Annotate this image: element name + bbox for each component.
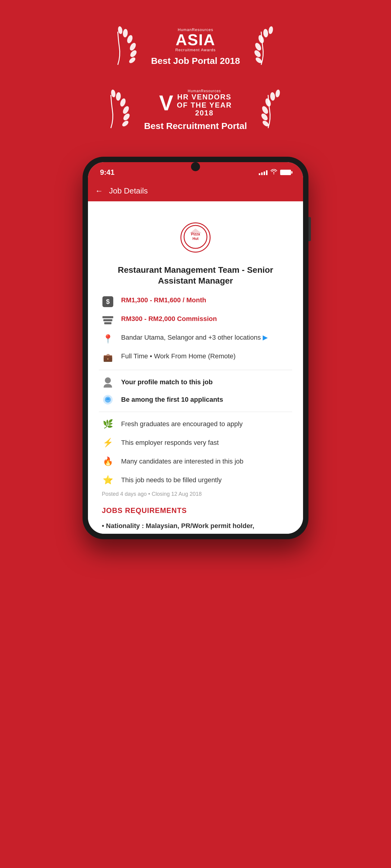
bar3	[264, 172, 265, 175]
profile-match-text: Your profile match to this job	[121, 378, 213, 386]
badge-urgent-text: This job needs to be filled urgently	[121, 476, 222, 484]
badge-fast-text: This employer responds very fast	[121, 439, 219, 447]
left-laurel-1	[106, 24, 142, 69]
graduate-icon: 🌿	[102, 418, 114, 430]
salary-row: $ RM1,300 - RM1,600 / Month	[102, 296, 289, 308]
bar1	[259, 173, 260, 175]
phone-frame: 9:41	[83, 157, 308, 539]
svg-point-1	[126, 34, 134, 44]
svg-point-21	[275, 89, 281, 98]
nav-bar: ← Job Details	[88, 180, 303, 201]
battery-icon	[280, 170, 291, 175]
match-section: Your profile match to this job Be among …	[99, 376, 292, 406]
company-logo: Pizza Hut	[181, 222, 210, 253]
stack-icon	[102, 316, 113, 324]
right-laurel-1	[249, 24, 285, 69]
requirements-section: JOBS REQUIREMENTS • Nationality : Malays…	[99, 497, 292, 534]
hr-vendors-content: V HumanResources HR VENDORSOF THE YEAR20…	[144, 89, 247, 131]
company-logo-area: Pizza Hut	[99, 213, 292, 258]
applicants-text: Be among the first 10 applicants	[121, 396, 223, 404]
svg-point-0	[129, 42, 137, 52]
asia-brand: ASIA	[175, 32, 216, 48]
bar4	[266, 170, 267, 175]
svg-point-27	[105, 377, 111, 383]
profile-match-row: Your profile match to this job	[102, 376, 289, 388]
badge-urgent-row: ⭐ This job needs to be filled urgently	[102, 474, 289, 486]
dollar-icon: $	[102, 296, 113, 307]
status-time: 9:41	[100, 168, 115, 177]
salary-icon: $	[102, 296, 114, 308]
badge-popular-row: 🔥 Many candidates are interested in this…	[102, 456, 289, 467]
svg-point-20	[270, 92, 275, 101]
phone-screen: 9:41	[88, 162, 303, 534]
badge-fast-row: ⚡ This employer responds very fast	[102, 437, 289, 449]
left-laurel-2	[99, 87, 135, 133]
back-button[interactable]: ←	[95, 186, 103, 195]
badge-graduate-row: 🌿 Fresh graduates are encouraged to appl…	[102, 418, 289, 430]
phone-side-button	[308, 217, 311, 241]
applicants-row: Be among the first 10 applicants	[102, 394, 289, 406]
stack-line-1	[102, 316, 113, 318]
status-icons	[259, 169, 291, 176]
svg-point-9	[268, 26, 273, 34]
requirements-title: JOBS REQUIREMENTS	[102, 506, 289, 515]
requirement-item-1: • Nationality : Malaysian, PR/Work permi…	[102, 521, 289, 531]
phone-wrapper: 9:41	[0, 151, 391, 557]
hr-vendors-text-block: HumanResources HR VENDORSOF THE YEAR2018	[177, 89, 232, 117]
svg-point-13	[119, 98, 127, 107]
signal-icon	[259, 170, 267, 175]
asia-award-item: HumanResources ASIA Recruitment Awards B…	[106, 24, 285, 69]
wifi-icon	[270, 169, 277, 176]
stack-line-3	[104, 322, 111, 324]
v-icon: V	[159, 93, 173, 114]
commission-icon	[102, 314, 114, 327]
svg-point-22	[260, 113, 269, 121]
job-content: Pizza Hut Restaurant Management Team - S…	[88, 201, 303, 534]
svg-point-16	[122, 113, 131, 121]
location-icon: 📍	[102, 333, 114, 345]
hr-vendors-logo: V HumanResources HR VENDORSOF THE YEAR20…	[159, 89, 232, 117]
applicants-icon	[102, 394, 114, 406]
stack-line-2	[103, 319, 112, 321]
profile-icon	[102, 376, 114, 388]
commission-row: RM300 - RM2,000 Commission	[102, 314, 289, 327]
location-more[interactable]: and +3 other locations ▶	[195, 334, 268, 341]
awards-section: HumanResources ASIA Recruitment Awards B…	[0, 0, 391, 151]
svg-point-17	[121, 120, 129, 127]
salary-text: RM1,300 - RM1,600 / Month	[121, 296, 206, 305]
location-text: Bandar Utama, Selangor and +3 other loca…	[121, 333, 268, 342]
commission-text: RM300 - RM2,000 Commission	[121, 314, 217, 324]
hr-vendors-title: Best Recruitment Portal	[144, 121, 247, 131]
job-details: $ RM1,300 - RM1,600 / Month	[99, 296, 292, 364]
hr-small-label: HumanResources	[177, 89, 232, 93]
star-icon: ⭐	[102, 474, 114, 486]
svg-point-2	[123, 29, 128, 37]
badges-section: 🌿 Fresh graduates are encouraged to appl…	[99, 418, 292, 486]
job-title: Restaurant Management Team - Senior Assi…	[99, 265, 292, 287]
svg-text:Hut: Hut	[193, 237, 198, 241]
svg-point-10	[253, 49, 262, 58]
location-row: 📍 Bandar Utama, Selangor and +3 other lo…	[102, 333, 289, 345]
divider-2	[99, 412, 292, 412]
location-arrow-icon: ▶	[263, 334, 268, 341]
location-main: Bandar Utama, Selangor	[121, 334, 194, 341]
divider-1	[99, 370, 292, 370]
svg-point-18	[261, 105, 269, 115]
phone-notch	[191, 162, 200, 171]
briefcase-icon: 💼	[103, 353, 113, 362]
asia-award-content: HumanResources ASIA Recruitment Awards B…	[151, 27, 240, 66]
svg-point-6	[254, 42, 262, 52]
employment-row: 💼 Full Time • Work From Home (Remote)	[102, 352, 289, 364]
bar2	[261, 173, 263, 175]
employment-text: Full Time • Work From Home (Remote)	[121, 352, 235, 361]
badge-graduate-text: Fresh graduates are encouraged to apply	[121, 420, 243, 428]
svg-point-8	[263, 29, 268, 37]
asia-sub: Recruitment Awards	[175, 48, 216, 52]
svg-point-5	[128, 56, 136, 64]
svg-point-4	[129, 49, 138, 58]
asia-title: Best Job Portal 2018	[151, 56, 240, 66]
svg-point-12	[122, 105, 130, 115]
fast-icon: ⚡	[102, 437, 114, 449]
hr-vendors-award-item: V HumanResources HR VENDORSOF THE YEAR20…	[99, 87, 292, 133]
hr-big-label: HR VENDORSOF THE YEAR2018	[177, 93, 232, 117]
